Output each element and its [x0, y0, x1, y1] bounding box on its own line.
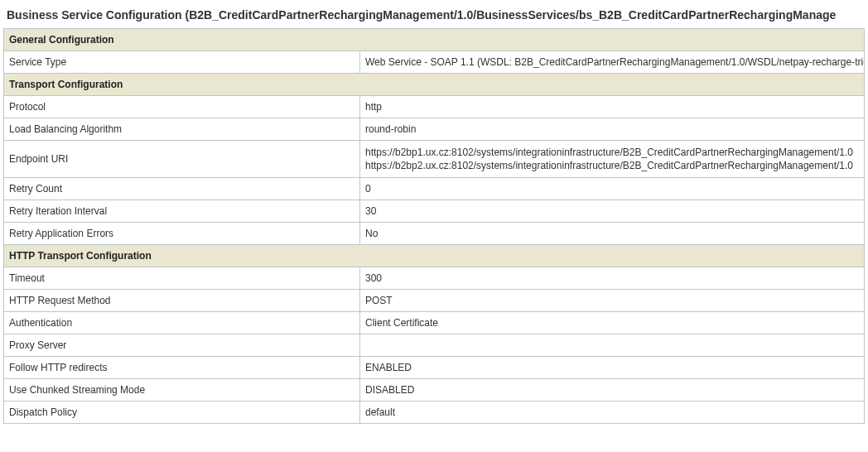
section-http-header: HTTP Transport Configuration: [4, 245, 865, 267]
label-timeout: Timeout: [4, 267, 360, 290]
section-http: HTTP Transport Configuration: [4, 245, 865, 267]
value-follow-redirects: ENABLED: [360, 357, 865, 379]
value-dispatch-policy: default: [360, 402, 865, 424]
value-endpoint-uri: https://b2bp1.ux.cz:8102/systems/integra…: [360, 141, 865, 178]
row-dispatch-policy: Dispatch Policy default: [4, 402, 865, 424]
row-authentication: Authentication Client Certificate: [4, 312, 865, 334]
row-follow-redirects: Follow HTTP redirects ENABLED: [4, 357, 865, 379]
label-http-method: HTTP Request Method: [4, 290, 360, 312]
endpoint-uri-2: https://b2bp2.ux.cz:8102/systems/integra…: [365, 159, 859, 172]
label-chunked-mode: Use Chunked Streaming Mode: [4, 379, 360, 402]
row-http-method: HTTP Request Method POST: [4, 290, 865, 312]
row-proxy-server: Proxy Server: [4, 334, 865, 357]
section-transport-header: Transport Configuration: [4, 74, 865, 96]
page-title: Business Service Configuration (B2B_Cred…: [3, 3, 865, 28]
value-service-type: Web Service - SOAP 1.1 (WSDL: B2B_Credit…: [360, 51, 865, 74]
label-protocol: Protocol: [4, 96, 360, 118]
row-protocol: Protocol http: [4, 96, 865, 118]
row-retry-app-errors: Retry Application Errors No: [4, 223, 865, 245]
config-table: General Configuration Service Type Web S…: [3, 28, 865, 424]
label-dispatch-policy: Dispatch Policy: [4, 402, 360, 424]
row-retry-interval: Retry Iteration Interval 30: [4, 200, 865, 223]
row-retry-count: Retry Count 0: [4, 178, 865, 200]
row-chunked-mode: Use Chunked Streaming Mode DISABLED: [4, 379, 865, 402]
label-authentication: Authentication: [4, 312, 360, 334]
value-chunked-mode: DISABLED: [360, 379, 865, 402]
value-authentication: Client Certificate: [360, 312, 865, 334]
label-endpoint-uri: Endpoint URI: [4, 141, 360, 178]
value-retry-interval: 30: [360, 200, 865, 223]
value-http-method: POST: [360, 290, 865, 312]
label-load-balancing: Load Balancing Algorithm: [4, 118, 360, 141]
label-retry-app-errors: Retry Application Errors: [4, 223, 360, 245]
label-follow-redirects: Follow HTTP redirects: [4, 357, 360, 379]
value-retry-app-errors: No: [360, 223, 865, 245]
row-load-balancing: Load Balancing Algorithm round-robin: [4, 118, 865, 141]
row-timeout: Timeout 300: [4, 267, 865, 290]
label-service-type: Service Type: [4, 51, 360, 74]
endpoint-uri-1: https://b2bp1.ux.cz:8102/systems/integra…: [365, 146, 859, 159]
label-proxy-server: Proxy Server: [4, 334, 360, 357]
label-retry-interval: Retry Iteration Interval: [4, 200, 360, 223]
value-proxy-server: [360, 334, 865, 357]
value-protocol: http: [360, 96, 865, 118]
section-general: General Configuration: [4, 29, 865, 51]
row-service-type: Service Type Web Service - SOAP 1.1 (WSD…: [4, 51, 865, 74]
value-load-balancing: round-robin: [360, 118, 865, 141]
value-retry-count: 0: [360, 178, 865, 200]
section-transport: Transport Configuration: [4, 74, 865, 96]
label-retry-count: Retry Count: [4, 178, 360, 200]
value-timeout: 300: [360, 267, 865, 290]
section-general-header: General Configuration: [4, 29, 865, 51]
row-endpoint-uri: Endpoint URI https://b2bp1.ux.cz:8102/sy…: [4, 141, 865, 178]
